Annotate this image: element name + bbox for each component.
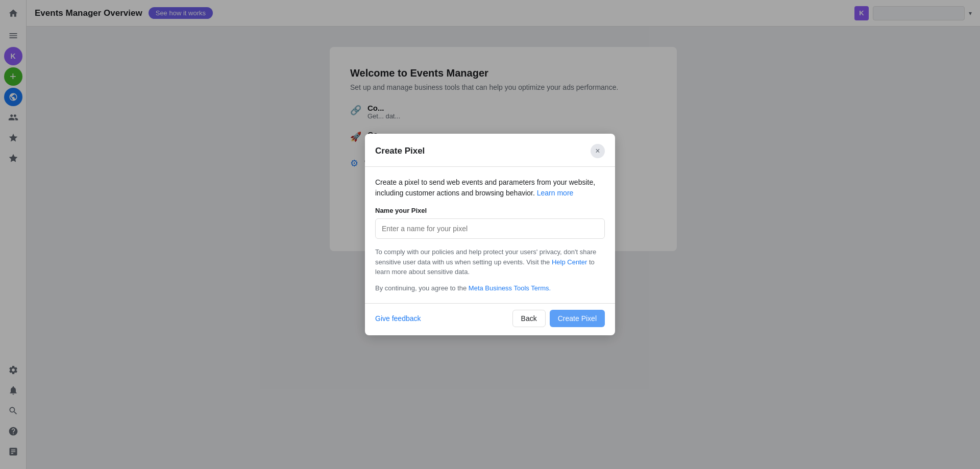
give-feedback-link[interactable]: Give feedback <box>375 314 421 323</box>
agree-text: By continuing, you agree to the Meta Bus… <box>375 283 605 293</box>
modal-close-button[interactable]: × <box>591 144 605 158</box>
modal-header: Create Pixel × <box>365 134 615 167</box>
back-button[interactable]: Back <box>512 310 546 327</box>
modal-body: Create a pixel to send web events and pa… <box>365 167 615 303</box>
pixel-name-input[interactable] <box>375 218 605 239</box>
page-content: Welcome to Events Manager Set up and man… <box>27 27 980 469</box>
main-area: Events Manager Overview See how it works… <box>27 0 980 469</box>
modal-description: Create a pixel to send web events and pa… <box>375 177 605 199</box>
modal-footer: Give feedback Back Create Pixel <box>365 303 615 335</box>
modal-overlay: Create Pixel × Create a pixel to send we… <box>0 0 980 469</box>
create-pixel-modal: Create Pixel × Create a pixel to send we… <box>365 134 615 335</box>
help-center-link[interactable]: Help Center <box>552 258 587 266</box>
pixel-name-label: Name your Pixel <box>375 207 605 214</box>
privacy-text: To comply with our policies and help pro… <box>375 247 605 277</box>
create-pixel-button[interactable]: Create Pixel <box>550 310 605 327</box>
terms-link[interactable]: Meta Business Tools Terms. <box>469 284 551 292</box>
modal-title: Create Pixel <box>375 146 425 156</box>
footer-buttons: Back Create Pixel <box>512 310 605 327</box>
learn-more-link[interactable]: Learn more <box>537 189 574 197</box>
